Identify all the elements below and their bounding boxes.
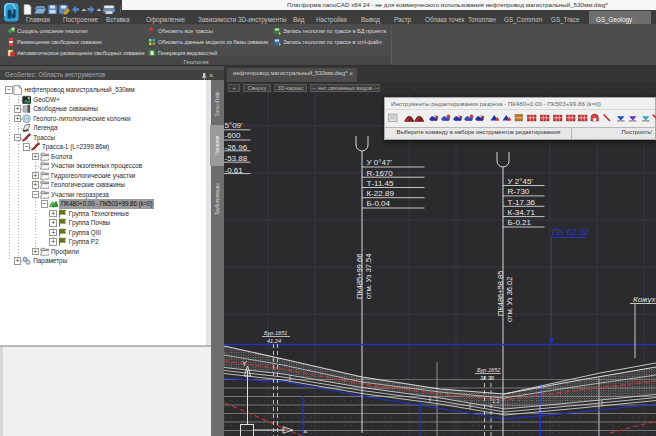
svg-text:ПК486+58.85: ПК486+58.85 <box>496 271 505 316</box>
svg-text:ПК485+99.66: ПК485+99.66 <box>355 254 364 299</box>
svg-text:У 2°45': У 2°45' <box>508 177 534 186</box>
svg-text:Y: Y <box>242 359 247 368</box>
svg-text:К-22.89: К-22.89 <box>367 189 395 198</box>
svg-text:-600: -600 <box>225 131 242 140</box>
svg-text:К-34.71: К-34.71 <box>508 208 536 217</box>
svg-text:38.36: 38.36 <box>480 375 495 381</box>
svg-text:41.24: 41.24 <box>267 338 281 344</box>
svg-text:-53.88: -53.88 <box>225 154 248 163</box>
svg-text:Кожух: Кожух <box>633 295 656 304</box>
svg-text:Б-0.21: Б-0.21 <box>508 218 532 227</box>
svg-text:1 2: 1 2 <box>492 398 500 404</box>
svg-text:-26.96: -26.96 <box>225 143 248 152</box>
svg-text:Бур.1651: Бур.1651 <box>264 330 287 336</box>
svg-text:Б-0.04: Б-0.04 <box>367 199 391 208</box>
svg-text:Бур.1652: Бур.1652 <box>477 367 501 373</box>
svg-text:отм. Уз 37.54: отм. Уз 37.54 <box>364 254 373 299</box>
svg-text:У 0°47': У 0°47' <box>367 158 393 167</box>
svg-text:-0.61: -0.61 <box>225 166 244 175</box>
svg-text:R-730: R-730 <box>508 187 530 196</box>
svg-text:ПК 62.32: ПК 62.32 <box>552 227 589 237</box>
svg-text:Т-11.45: Т-11.45 <box>367 179 395 188</box>
svg-text:R-1670: R-1670 <box>367 169 394 178</box>
svg-text:Т-17.36: Т-17.36 <box>508 198 536 207</box>
svg-text:отм. Уз 36.02: отм. Уз 36.02 <box>505 277 514 322</box>
svg-text:×: × <box>303 427 308 436</box>
svg-text:5°09': 5°09' <box>225 121 244 130</box>
